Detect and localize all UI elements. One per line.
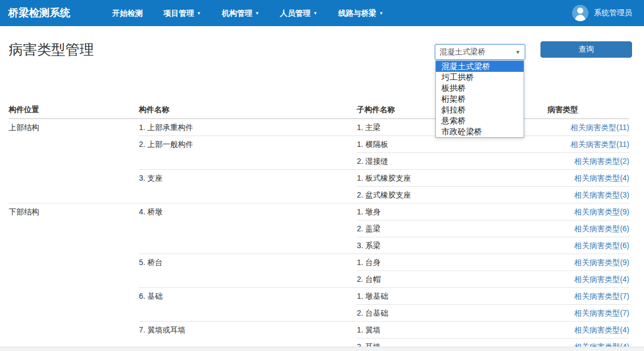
component-cell: 6. 基础 <box>139 288 357 322</box>
subcomponent-cell: 1. 墩基础 <box>357 288 548 305</box>
disease-type-cell: 相关病害类型(4) <box>548 170 629 187</box>
query-button[interactable]: 查询 <box>540 41 632 58</box>
nav-item-project-mgmt[interactable]: 项目管理▼ <box>153 9 211 17</box>
component-cell: 5. 桥台 <box>139 254 357 288</box>
nav-item-personnel-mgmt[interactable]: 人员管理▼ <box>270 9 328 17</box>
horizontal-scrollbar[interactable] <box>0 347 644 351</box>
bridge-type-select-wrap: 混凝土式梁桥 ▼ 混凝土式梁桥圬工拱桥板拱桥桁架桥斜拉桥悬索桥市政砼梁桥 <box>435 44 525 60</box>
page-header: 病害类型管理 混凝土式梁桥 ▼ 混凝土式梁桥圬工拱桥板拱桥桁架桥斜拉桥悬索桥市政… <box>0 26 644 60</box>
subcomponent-cell: 1. 横隔板 <box>357 136 548 153</box>
disease-type-link[interactable]: 相关病害类型(9) <box>574 258 629 267</box>
disease-type-link[interactable]: 相关病害类型(11) <box>570 140 629 149</box>
component-cell: 4. 桥墩 <box>139 204 357 254</box>
disease-type-link[interactable]: 相关病害类型(6) <box>574 241 629 250</box>
header-disease-type: 病害类型 <box>548 101 629 119</box>
subcomponent-cell: 3. 系梁 <box>357 237 548 254</box>
disease-type-cell: 相关病害类型(9) <box>548 204 629 220</box>
disease-type-cell: 相关病害类型(4) <box>548 271 629 288</box>
main-menu: 开始检测项目管理▼机构管理▼人员管理▼线路与桥梁▼ <box>102 8 394 19</box>
disease-type-cell: 相关病害类型(3) <box>548 187 629 204</box>
chevron-down-icon: ▼ <box>255 11 259 16</box>
nav-item-org-mgmt[interactable]: 机构管理▼ <box>211 9 270 17</box>
bridge-type-option[interactable]: 圬工拱桥 <box>436 72 524 83</box>
subcomponent-cell: 2. 台基础 <box>357 305 548 322</box>
disease-type-cell: 相关病害类型(6) <box>548 220 629 237</box>
bridge-type-listbox: 混凝土式梁桥圬工拱桥板拱桥桁架桥斜拉桥悬索桥市政砼梁桥 <box>435 60 524 138</box>
user-name-label: 系统管理员 <box>594 8 632 18</box>
disease-type-cell: 相关病害类型(11) <box>548 119 629 136</box>
subcomponent-cell: 2. 盆式橡胶支座 <box>357 187 548 204</box>
position-cell: 上部结构 <box>9 119 139 204</box>
disease-type-link[interactable]: 相关病害类型(2) <box>574 157 629 165</box>
disease-type-link[interactable]: 相关病害类型(4) <box>574 275 629 284</box>
disease-type-link[interactable]: 相关病害类型(6) <box>574 224 629 233</box>
bridge-type-option[interactable]: 悬索桥 <box>436 115 524 126</box>
app-brand[interactable]: 桥梁检测系统 <box>8 6 70 20</box>
user-menu[interactable]: 系统管理员 <box>572 5 632 21</box>
disease-type-cell: 相关病害类型(2) <box>548 153 629 170</box>
subcomponent-cell: 1. 翼墙 <box>357 322 548 338</box>
bridge-type-select[interactable]: 混凝土式梁桥 ▼ <box>435 44 525 60</box>
bridge-type-option[interactable]: 桁架桥 <box>436 94 524 104</box>
disease-type-cell: 相关病害类型(7) <box>548 288 629 305</box>
disease-type-link[interactable]: 相关病害类型(4) <box>574 174 629 182</box>
page-title: 病害类型管理 <box>9 41 94 58</box>
disease-type-cell: 相关病害类型(7) <box>548 305 629 322</box>
select-caret-icon: ▼ <box>515 50 520 55</box>
bridge-type-option[interactable]: 市政砼梁桥 <box>436 126 524 137</box>
component-cell: 3. 支座 <box>139 170 357 204</box>
chevron-down-icon: ▼ <box>379 11 384 16</box>
bridge-type-option[interactable]: 混凝土式梁桥 <box>436 61 524 72</box>
nav-item-start-inspection[interactable]: 开始检测 <box>102 9 153 17</box>
component-cell: 1. 上部承重构件 <box>139 119 357 136</box>
disease-type-link[interactable]: 相关病害类型(7) <box>574 309 629 317</box>
subcomponent-cell: 2. 盖梁 <box>357 220 548 237</box>
disease-type-link[interactable]: 相关病害类型(9) <box>574 207 629 216</box>
position-cell: 下部结构 <box>9 204 139 351</box>
disease-type-link[interactable]: 相关病害类型(7) <box>574 292 629 300</box>
bridge-type-option[interactable]: 斜拉桥 <box>436 104 524 115</box>
disease-type-cell: 相关病害类型(11) <box>548 136 629 153</box>
user-avatar-icon <box>572 5 588 21</box>
table-row: 上部结构1. 上部承重构件1. 主梁相关病害类型(11) <box>9 119 629 136</box>
disease-type-link[interactable]: 相关病害类型(11) <box>570 123 629 132</box>
disease-type-link[interactable]: 相关病害类型(3) <box>574 190 629 199</box>
table-header-row: 构件位置 构件名称 子构件名称 病害类型 <box>9 101 629 119</box>
disease-type-cell: 相关病害类型(4) <box>548 322 629 338</box>
top-navbar: 桥梁检测系统 开始检测项目管理▼机构管理▼人员管理▼线路与桥梁▼ 系统管理员 <box>0 0 644 26</box>
disease-type-link[interactable]: 相关病害类型(4) <box>574 325 629 334</box>
subcomponent-cell: 2. 湿接缝 <box>357 153 548 170</box>
subcomponent-cell: 1. 墩身 <box>357 204 548 220</box>
disease-type-cell: 相关病害类型(6) <box>548 237 629 254</box>
subcomponent-cell: 2. 台帽 <box>357 271 548 288</box>
nav-item-lines-bridges[interactable]: 线路与桥梁▼ <box>328 9 394 17</box>
header-component-name: 构件名称 <box>139 101 357 119</box>
subcomponent-cell: 1. 台身 <box>357 254 548 271</box>
subcomponent-cell: 1. 板式橡胶支座 <box>357 170 548 187</box>
disease-type-table: 构件位置 构件名称 子构件名称 病害类型 上部结构1. 上部承重构件1. 主梁相… <box>9 101 629 351</box>
table-row: 下部结构4. 桥墩1. 墩身相关病害类型(9) <box>9 204 629 220</box>
disease-type-cell: 相关病害类型(9) <box>548 254 629 271</box>
header-component-position: 构件位置 <box>9 101 139 119</box>
chevron-down-icon: ▼ <box>197 11 201 16</box>
bridge-type-option[interactable]: 板拱桥 <box>436 83 524 94</box>
bridge-type-selected-value: 混凝土式梁桥 <box>440 47 485 57</box>
component-cell: 2. 上部一般构件 <box>139 136 357 170</box>
chevron-down-icon: ▼ <box>313 11 318 16</box>
